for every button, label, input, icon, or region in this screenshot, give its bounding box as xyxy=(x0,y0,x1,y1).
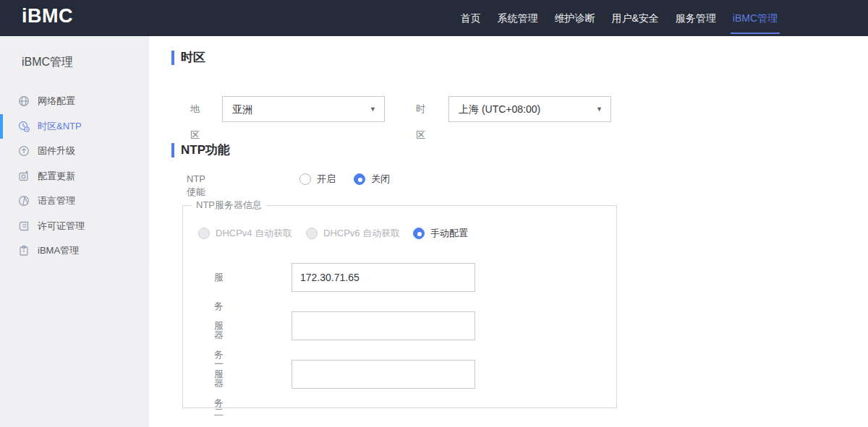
dhcpv4-auto-radio: DHCPv4 自动获取 xyxy=(198,227,306,240)
sidebar-item-label: 许可证管理 xyxy=(38,220,85,233)
sidebar-item-label: 固件升级 xyxy=(38,145,75,158)
server-three-label: 服务器三 xyxy=(214,360,224,427)
manual-config-radio[interactable]: 手动配置 xyxy=(413,227,468,240)
nav-item-ibmc-management[interactable]: iBMC管理 xyxy=(731,0,780,36)
radio-checked-icon xyxy=(413,228,425,239)
ntp-server-mode-row: DHCPv4 自动获取 DHCPv6 自动获取 手动配置 xyxy=(198,227,468,240)
sidebar-item-language-management[interactable]: 语言管理 xyxy=(0,189,149,214)
ntp-enable-off-radio[interactable]: 关闭 xyxy=(354,173,390,186)
timezone-select[interactable]: 上海 (UTC+08:00) ▼ xyxy=(448,96,611,122)
radio-option-label: DHCPv4 自动获取 xyxy=(216,227,292,240)
main-nav: 首页 系统管理 维护诊断 用户&安全 服务管理 iBMC管理 xyxy=(458,0,780,36)
sidebar-item-ibma-management[interactable]: iBMA管理 xyxy=(0,238,149,264)
region-select[interactable]: 亚洲 ▼ xyxy=(222,96,385,122)
nav-item-services[interactable]: 服务管理 xyxy=(673,0,718,36)
sidebar-item-label: 时区&NTP xyxy=(38,120,82,133)
firmware-upload-icon xyxy=(18,145,30,157)
sidebar-menu: 网络配置 时区&NTP 固件升级 配置更新 语言管理 xyxy=(0,89,149,264)
sidebar-item-label: 语言管理 xyxy=(38,194,75,207)
sidebar-item-config-update[interactable]: 配置更新 xyxy=(0,164,149,189)
timezone-section-title: 时区 xyxy=(171,51,205,65)
server-one-input[interactable] xyxy=(292,263,475,292)
nav-item-home[interactable]: 首页 xyxy=(458,0,482,36)
dhcpv6-auto-radio: DHCPv6 自动获取 xyxy=(306,227,413,240)
ntp-section-title: NTP功能 xyxy=(171,143,230,158)
radio-disabled-icon xyxy=(306,228,318,239)
radio-option-label: 手动配置 xyxy=(430,227,468,240)
server-three-input[interactable] xyxy=(292,360,475,389)
timezone-clock-icon xyxy=(18,121,30,132)
radio-disabled-icon xyxy=(198,228,210,239)
license-icon xyxy=(18,220,30,232)
language-icon xyxy=(18,195,30,207)
radio-icon xyxy=(299,173,311,185)
config-update-icon xyxy=(18,171,30,182)
radio-option-label: 关闭 xyxy=(371,173,390,186)
radio-option-label: 开启 xyxy=(317,173,336,186)
main-content: 时区 地区 亚洲 ▼ 时区 上海 (UTC+08:00) ▼ NTP功能 NTP… xyxy=(149,36,868,427)
sidebar-item-label: iBMA管理 xyxy=(38,244,79,257)
ntp-enable-label: NTP使能 xyxy=(187,173,205,199)
sidebar-title: iBMC管理 xyxy=(0,36,149,70)
radio-checked-icon xyxy=(354,173,365,185)
globe-icon xyxy=(18,95,30,107)
region-select-value: 亚洲 xyxy=(232,103,252,115)
dropdown-arrow-icon: ▼ xyxy=(370,97,376,121)
nav-item-maintenance[interactable]: 维护诊断 xyxy=(552,0,597,36)
sidebar-item-network-config[interactable]: 网络配置 xyxy=(0,89,149,114)
sidebar: iBMC管理 网络配置 时区&NTP 固件升级 配置更新 xyxy=(0,36,149,427)
top-navbar: iBMC 首页 系统管理 维护诊断 用户&安全 服务管理 iBMC管理 xyxy=(0,0,868,36)
nav-item-user-security[interactable]: 用户&安全 xyxy=(609,0,660,36)
timezone-label: 时区 xyxy=(416,96,425,148)
radio-option-label: DHCPv6 自动获取 xyxy=(323,227,400,240)
ntp-server-info-group: NTP服务器信息 DHCPv4 自动获取 DHCPv6 自动获取 手动配置 服务… xyxy=(182,199,617,408)
sidebar-item-label: 网络配置 xyxy=(38,95,75,108)
sidebar-item-license-management[interactable]: 许可证管理 xyxy=(0,214,149,239)
server-two-input[interactable] xyxy=(292,311,475,340)
ibma-package-icon xyxy=(18,245,30,256)
sidebar-item-firmware-upgrade[interactable]: 固件升级 xyxy=(0,139,149,164)
timezone-select-value: 上海 (UTC+08:00) xyxy=(459,103,540,115)
ntp-server-info-legend: NTP服务器信息 xyxy=(192,199,266,212)
sidebar-item-label: 配置更新 xyxy=(38,170,75,183)
ibmc-logo: iBMC xyxy=(22,5,73,27)
sidebar-item-timezone-ntp[interactable]: 时区&NTP xyxy=(0,114,149,139)
dropdown-arrow-icon: ▼ xyxy=(596,97,603,121)
nav-item-system[interactable]: 系统管理 xyxy=(495,0,540,36)
ntp-enable-on-radio[interactable]: 开启 xyxy=(299,173,336,186)
region-label: 地区 xyxy=(190,96,200,148)
